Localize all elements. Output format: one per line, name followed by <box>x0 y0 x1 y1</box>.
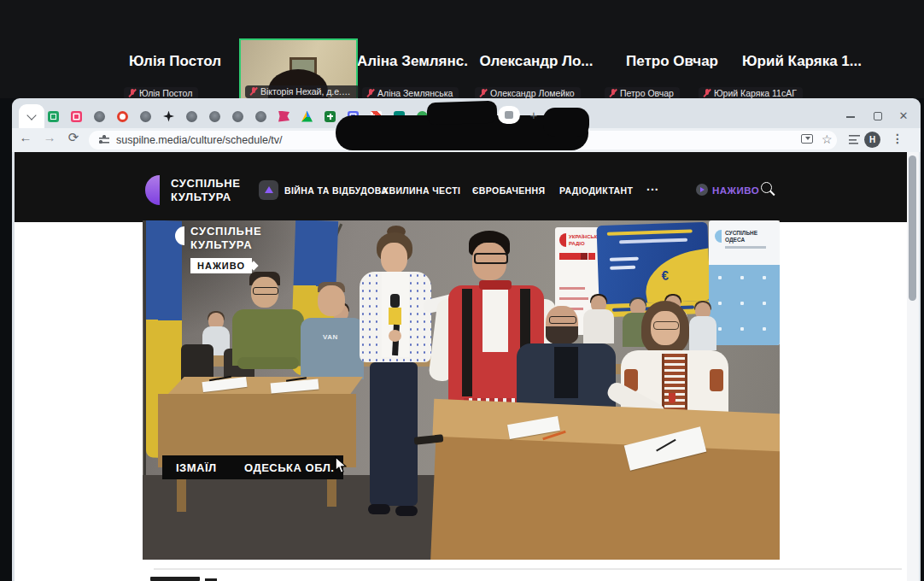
glasses <box>549 316 576 324</box>
microphone-flag <box>389 308 401 325</box>
right-desk-front <box>430 437 780 560</box>
maximize-button[interactable] <box>871 109 885 123</box>
participant-label-text: Аліна Землянська <box>377 88 453 98</box>
participant-name: Аліна Землянс... <box>357 53 468 70</box>
new-tab-button[interactable]: + <box>526 108 541 123</box>
banner-text-line <box>619 238 687 244</box>
banner-euro-glyph: € <box>661 267 669 282</box>
pinned-tab-plus-icon[interactable] <box>325 111 336 122</box>
participant-label-text: Петро Овчар <box>620 88 674 98</box>
url-text: suspilne.media/culture/schedule/tv/ <box>116 134 283 146</box>
sleeve-embroidery <box>710 369 723 391</box>
embroidered-collar <box>479 280 512 290</box>
banner-text-line <box>607 229 693 235</box>
microphone-top <box>390 294 400 308</box>
participant-name: Юрий Каряка 1... <box>734 53 869 70</box>
pinned-tab-messages-icon[interactable] <box>71 111 82 122</box>
profile-avatar[interactable]: H <box>864 132 880 148</box>
nav-link-radiodictation[interactable]: РАДІОДИКТАНТ <box>559 185 633 196</box>
mic-muted-icon <box>128 88 136 98</box>
participant-name: Петро Овчар <box>620 53 724 70</box>
shirt-print-text: VAN <box>323 333 338 341</box>
pinned-tab-globe-icon[interactable] <box>232 111 243 122</box>
pinned-tab-target-icon[interactable] <box>117 111 128 122</box>
live-video-player[interactable]: УКРАЇНСЬКЕ РАДІО € СУСПІЛЬНЕ ОДЕСА <box>143 220 780 560</box>
odesa-banner-subline <box>725 246 766 249</box>
mouse-cursor <box>335 456 347 474</box>
participant-label-text: Вікторія Нехай, д.е.н., … <box>260 86 354 97</box>
participant-label-text: Юрий Каряка 11сАГ <box>714 88 797 98</box>
pinned-tab-sheets-icon[interactable] <box>48 111 59 122</box>
beard <box>546 326 578 345</box>
close-button[interactable]: ✕ <box>897 109 910 123</box>
mic-muted-icon <box>249 86 257 97</box>
radio-banner-stripe <box>559 253 595 260</box>
pinned-tab-globe-icon[interactable] <box>140 111 151 122</box>
glasses <box>474 253 508 264</box>
language-banner: € <box>596 222 710 304</box>
chevron-down-icon <box>26 110 36 120</box>
mic-muted-icon <box>609 88 617 98</box>
forward-button[interactable]: → <box>41 130 58 144</box>
scrollbar-thumb[interactable] <box>909 156 916 301</box>
odesa-logo-icon <box>715 230 722 243</box>
live-link[interactable]: НАЖИВО <box>712 185 759 196</box>
shoe <box>395 506 418 516</box>
red-tassel <box>669 393 675 403</box>
reload-button[interactable]: ⟳ <box>65 130 82 145</box>
screen: Юлія Постол Аліна Землянс... Олександр Л… <box>0 0 924 581</box>
redaction-overlay <box>427 101 498 126</box>
radio-banner-smalltext <box>559 287 585 290</box>
banner-text-line <box>610 257 639 261</box>
active-tab[interactable] <box>19 104 44 128</box>
nav-link-honor[interactable]: ХВИЛИНА ЧЕСТІ <box>383 185 460 196</box>
pinned-tab-drive-icon[interactable] <box>301 111 313 122</box>
military-man-olive <box>232 272 304 383</box>
nav-more-button[interactable]: ... <box>646 179 659 193</box>
left-desk-top <box>167 377 363 396</box>
nav-link-eurovision[interactable]: ЄВРОБАЧЕННЯ <box>472 185 546 196</box>
live-play-icon[interactable] <box>696 184 708 196</box>
redaction-overlay <box>543 108 589 137</box>
mic-muted-icon <box>366 88 374 98</box>
pinned-tab-globe-icon[interactable] <box>209 111 220 122</box>
extension-icon <box>505 111 513 119</box>
location-caption: ІЗМАЇЛ ОДЕСЬКА ОБЛ. <box>162 455 343 479</box>
install-icon[interactable] <box>801 134 813 144</box>
glasses <box>653 321 679 330</box>
participant-label-text: Олександр Ломейко <box>490 88 575 98</box>
pinned-tab-flag-icon[interactable] <box>278 111 289 122</box>
watermark-brand: СУСПІЛЬНЕ КУЛЬТУРА <box>190 225 261 251</box>
extension-pill[interactable] <box>498 106 520 124</box>
pinned-tab-globe-icon[interactable] <box>255 111 266 122</box>
site-brand[interactable]: СУСПІЛЬНЕ КУЛЬТУРА <box>171 177 241 203</box>
bookmark-star-icon[interactable]: ☆ <box>822 132 833 146</box>
mic-muted-icon <box>703 88 711 98</box>
live-badge: НАЖИВО <box>190 258 252 273</box>
pinned-tab-globe-icon[interactable] <box>94 111 105 122</box>
caption-city: ІЗМАЇЛ <box>176 461 217 474</box>
participant-label-text: Юлія Постол <box>139 88 192 98</box>
participant-label: Вікторія Нехай, д.е.н., … <box>245 85 360 98</box>
app-button[interactable] <box>259 180 278 200</box>
meeting-strip <box>0 0 924 98</box>
nav-link-war[interactable]: ВІЙНА ТА ВІДБУДОВА <box>284 185 388 196</box>
shoe <box>368 504 390 514</box>
participant-name: Юлія Постол <box>128 53 222 70</box>
participant-name: Олександр Ло... <box>471 53 601 70</box>
clipped-heading <box>150 577 200 581</box>
odesa-banner-text: СУСПІЛЬНЕ ОДЕСА <box>725 230 757 244</box>
back-button[interactable]: ← <box>17 130 34 144</box>
caption-region: ОДЕСЬКА ОБЛ. <box>244 461 334 474</box>
kebab-menu-icon[interactable]: ⋮ <box>892 132 904 145</box>
shirt-chest <box>482 287 508 352</box>
minimize-button[interactable] <box>844 109 857 123</box>
pinned-tab-globe-icon[interactable] <box>186 111 197 122</box>
media-controls-icon[interactable] <box>849 134 860 144</box>
content-divider <box>154 568 902 570</box>
mic-muted-icon <box>479 88 487 98</box>
search-icon[interactable] <box>761 182 772 193</box>
pinned-tab-sparkle-icon[interactable] <box>163 111 174 122</box>
site-info-icon[interactable] <box>99 135 109 145</box>
trousers <box>370 362 418 506</box>
